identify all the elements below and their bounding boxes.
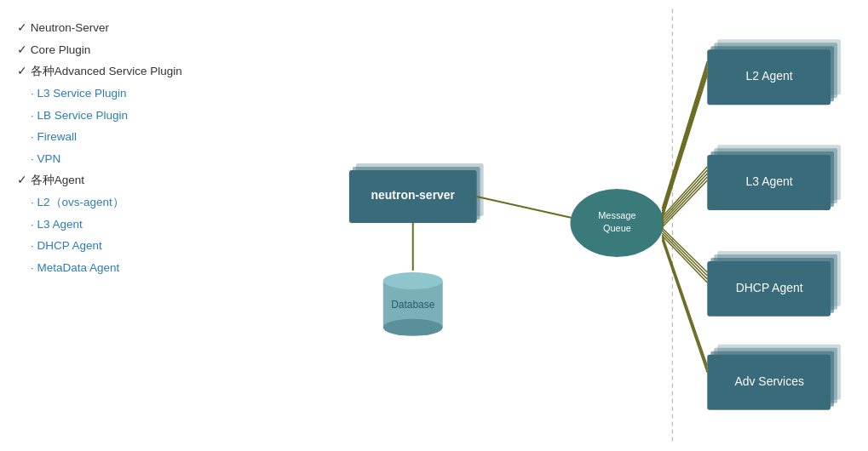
svg-point-4 bbox=[383, 319, 443, 336]
check-item-core: Core Plugin bbox=[17, 39, 247, 61]
main-container: Neutron-Server Core Plugin 各种Advanced Se… bbox=[0, 0, 868, 451]
mq-adv-line2 bbox=[662, 237, 707, 369]
check-item-neutron: Neutron-Server bbox=[17, 17, 247, 39]
mq-l3-line4 bbox=[662, 177, 707, 225]
mq-l2-line1 bbox=[662, 61, 707, 208]
check-item-advanced: 各种Advanced Service Plugin bbox=[17, 60, 247, 83]
mq-l2-line2 bbox=[662, 65, 707, 211]
dot-item-vpn: VPN bbox=[17, 148, 247, 170]
adv-services-label: Adv Services bbox=[734, 374, 804, 388]
neutron-server-label: neutron-server bbox=[371, 188, 455, 202]
dot-item-l3agent: L3 Agent bbox=[17, 214, 247, 236]
dhcp-agent-label: DHCP Agent bbox=[736, 281, 803, 294]
l2-agent-label: L2 Agent bbox=[746, 69, 793, 83]
diagram-area: neutron-server Database Message Queue bbox=[264, 0, 868, 451]
database-label: Database bbox=[391, 299, 435, 311]
dot-item-firewall: Firewall bbox=[17, 126, 247, 148]
svg-point-3 bbox=[383, 272, 443, 289]
message-queue-label1: Message bbox=[598, 210, 636, 220]
dot-item-l2: L2（ovs-agent） bbox=[17, 191, 247, 214]
ns-to-mq-line bbox=[477, 197, 588, 221]
dot-item-l3service: L3 Service Plugin bbox=[17, 83, 247, 105]
left-panel: Neutron-Server Core Plugin 各种Advanced Se… bbox=[0, 0, 264, 451]
dot-item-dhcp: DHCP Agent bbox=[17, 235, 247, 257]
mq-dhcp-line1 bbox=[662, 228, 707, 272]
check-item-agents: 各种Agent bbox=[17, 169, 247, 191]
dot-item-lb: LB Service Plugin bbox=[17, 105, 247, 127]
message-queue-label2: Queue bbox=[603, 223, 631, 233]
dot-item-metadata: MetaData Agent bbox=[17, 257, 247, 279]
l3-agent-label: L3 Agent bbox=[746, 174, 793, 188]
mq-adv-line1 bbox=[662, 235, 707, 366]
